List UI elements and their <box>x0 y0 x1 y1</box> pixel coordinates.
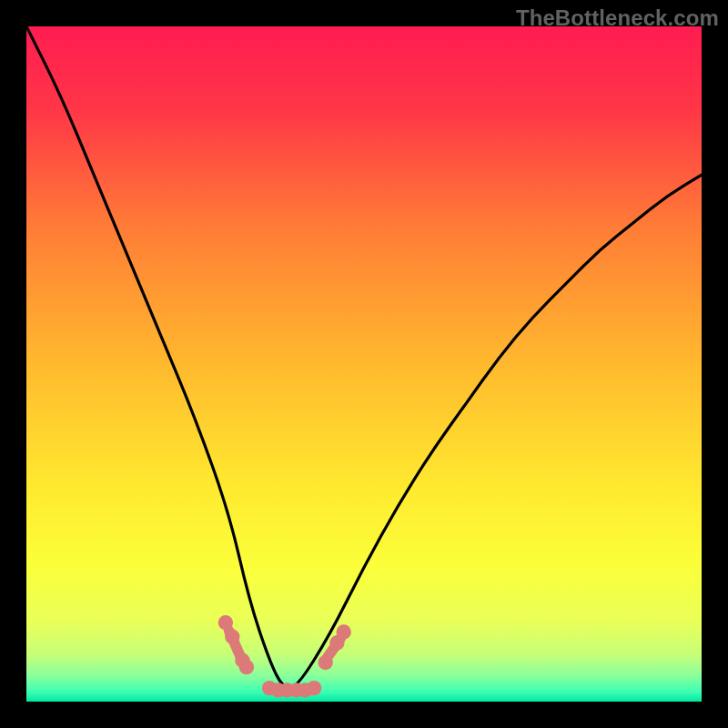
highlight-dot <box>318 655 333 670</box>
curve-layer <box>26 26 702 702</box>
plot-area <box>26 26 702 702</box>
watermark-text: TheBottleneck.com <box>516 5 719 31</box>
bottleneck-curve <box>26 26 702 688</box>
highlight-dot <box>218 615 233 630</box>
highlight-dot <box>307 681 321 695</box>
highlight-dot <box>225 630 239 644</box>
highlight-dot <box>337 624 351 639</box>
chart-container: TheBottleneck.com <box>0 0 728 728</box>
highlight-dot <box>239 660 254 674</box>
